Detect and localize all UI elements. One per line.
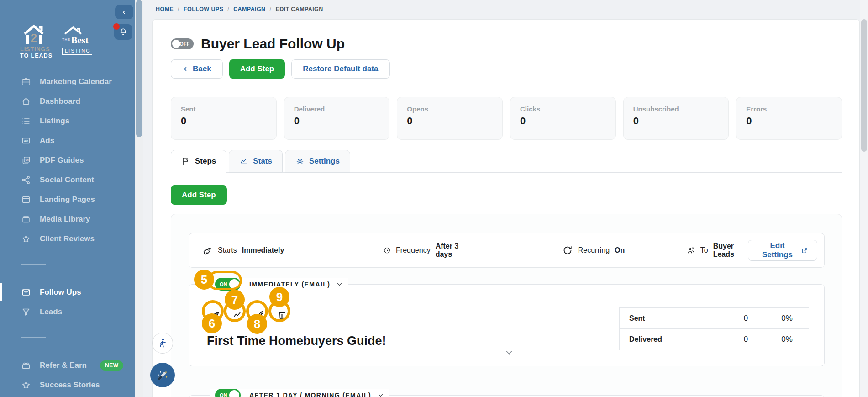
sidebar-item-media-library[interactable]: Media Library <box>0 209 135 229</box>
stat-value: 0 <box>294 115 380 127</box>
sidebar-item-dashboard[interactable]: Dashboard <box>0 91 135 111</box>
walking-person-icon <box>157 338 168 349</box>
listings-to-leads-logo[interactable]: 2 LISTINGS TO LEADS <box>20 24 53 59</box>
edit-settings-label: Edit Settings <box>758 241 797 259</box>
tab-label: Steps <box>195 157 216 166</box>
tab-settings[interactable]: Settings <box>285 150 350 173</box>
new-badge: NEW <box>100 360 124 371</box>
row-percent: 0% <box>765 335 809 344</box>
home-icon <box>21 96 31 106</box>
tab-stats[interactable]: Stats <box>229 150 283 173</box>
sidebar-item-leads[interactable]: Leads <box>0 302 135 322</box>
stat-card-sent: Sent 0 <box>171 97 277 140</box>
brand-text-listings: LISTINGS <box>20 46 53 53</box>
stat-value: 0 <box>407 115 493 127</box>
sidebar-item-follow-ups[interactable]: Follow Ups <box>0 282 135 302</box>
chevron-down-icon[interactable] <box>377 392 384 397</box>
breadcrumb-home[interactable]: HOME <box>156 6 174 12</box>
step-2-legend: ON AFTER 1 DAY / MORNING (EMAIL) <box>210 389 389 397</box>
share-icon <box>21 175 31 185</box>
step-2-toggle[interactable]: ON <box>215 389 241 397</box>
step-2-heading: AFTER 1 DAY / MORNING (EMAIL) <box>249 392 371 397</box>
edit-settings-button[interactable]: Edit Settings <box>748 240 817 261</box>
page-scrollbar[interactable] <box>860 0 868 397</box>
clock-icon <box>383 245 391 256</box>
breadcrumb-follow-ups[interactable]: FOLLOW UPS <box>184 6 223 12</box>
annotation-badge-9: 9 <box>269 287 289 307</box>
funnel-icon <box>21 307 31 317</box>
sidebar-item-success-stories[interactable]: Success Stories <box>0 375 135 395</box>
notifications-button[interactable] <box>114 24 132 40</box>
stat-value: 0 <box>181 115 267 127</box>
tab-steps[interactable]: Steps <box>171 150 226 173</box>
setting-label: Recurring <box>578 246 610 254</box>
star-icon <box>21 234 31 244</box>
sidebar-item-client-reviews[interactable]: Client Reviews <box>0 229 135 249</box>
setting-value: Buyer Leads <box>713 242 748 259</box>
tab-label: Stats <box>253 157 272 166</box>
chevron-left-icon <box>121 9 127 16</box>
users-icon <box>687 245 695 256</box>
svg-text:2: 2 <box>31 31 37 45</box>
setting-value: After 3 days <box>436 242 466 259</box>
setting-starts: Starts Immediately <box>202 245 284 256</box>
stat-value: 0 <box>520 115 606 127</box>
campaign-status-toggle[interactable]: OFF <box>171 38 194 49</box>
gear-icon <box>295 157 305 166</box>
restore-default-button[interactable]: Restore Default data <box>291 59 389 79</box>
stat-card-clicks: Clicks 0 <box>510 97 616 140</box>
setting-audience: To Buyer Leads <box>687 242 748 259</box>
setting-value: Immediately <box>242 246 284 254</box>
flag-icon <box>181 157 190 166</box>
breadcrumb-campaign[interactable]: CAMPAIGN <box>233 6 265 12</box>
sidebar-scrollbar[interactable] <box>135 0 143 397</box>
toggle-label: OFF <box>180 41 190 47</box>
add-step-label: Add Step <box>182 191 216 200</box>
stat-card-errors: Errors 0 <box>736 97 842 140</box>
add-step-label: Add Step <box>240 64 274 74</box>
magic-wand-icon <box>156 368 169 382</box>
page-scrollbar-thumb[interactable] <box>861 19 867 152</box>
sidebar-divider <box>21 337 46 338</box>
breadcrumb-separator: / <box>270 6 272 12</box>
stat-label: Clicks <box>520 105 606 113</box>
sidebar-item-pdf-guides[interactable]: PDF PDF Guides <box>0 150 135 170</box>
title-row: OFF Buyer Lead Follow Up <box>171 36 842 52</box>
tab-label: Settings <box>309 157 340 166</box>
sidebar: 2 LISTINGS TO LEADS THEBest LISTING Mark… <box>0 0 135 397</box>
sidebar-scrollbar-thumb[interactable] <box>136 0 142 137</box>
step-2-after-1-day-email: ON AFTER 1 DAY / MORNING (EMAIL) <box>189 395 825 397</box>
chevron-down-icon[interactable] <box>336 281 343 288</box>
sidebar-collapse-button[interactable] <box>115 5 133 19</box>
add-step-button-steps-tab[interactable]: Add Step <box>171 185 227 205</box>
step-1-email-title: First Time Homebuyers Guide! <box>207 334 386 348</box>
sidebar-item-label: Ads <box>40 136 54 145</box>
edit-icon <box>801 247 808 254</box>
sidebar-item-listings[interactable]: Listings <box>0 111 135 131</box>
sidebar-item-ads[interactable]: Ad Ads <box>0 131 135 150</box>
expand-chevron-icon[interactable] <box>504 348 514 358</box>
sidebar-item-refer-earn[interactable]: Refer & Earn NEW <box>0 355 135 375</box>
row-label: Delivered <box>620 335 726 344</box>
svg-text:PDF: PDF <box>24 158 30 161</box>
stats-cards: Sent 0 Delivered 0 Opens 0 Clicks 0 Unsu… <box>171 97 842 140</box>
stat-card-delivered: Delivered 0 <box>284 97 390 140</box>
sidebar-item-label: Listings <box>40 116 69 126</box>
setting-label: Frequency <box>396 246 431 254</box>
add-step-button[interactable]: Add Step <box>229 59 285 79</box>
campaign-settings-bar: Starts Immediately Frequency After 3 day… <box>189 233 825 268</box>
toggle-knob <box>229 390 239 397</box>
stat-label: Sent <box>181 105 267 113</box>
best-listing-logo[interactable]: THEBest LISTING <box>62 26 92 55</box>
theme-wand-button[interactable] <box>150 363 175 387</box>
sidebar-divider <box>21 264 46 265</box>
back-button[interactable]: Back <box>171 59 223 79</box>
toggle-knob <box>172 40 180 48</box>
brand-text-to-leads: TO LEADS <box>20 53 53 59</box>
accessibility-widget-button[interactable] <box>152 333 173 354</box>
sidebar-item-social-content[interactable]: Social Content <box>0 170 135 190</box>
sidebar-item-marketing-calendar[interactable]: Marketing Calendar <box>0 72 135 91</box>
annotation-badge-7: 7 <box>225 290 245 310</box>
sidebar-item-landing-pages[interactable]: Landing Pages <box>0 190 135 209</box>
stat-label: Opens <box>407 105 493 113</box>
